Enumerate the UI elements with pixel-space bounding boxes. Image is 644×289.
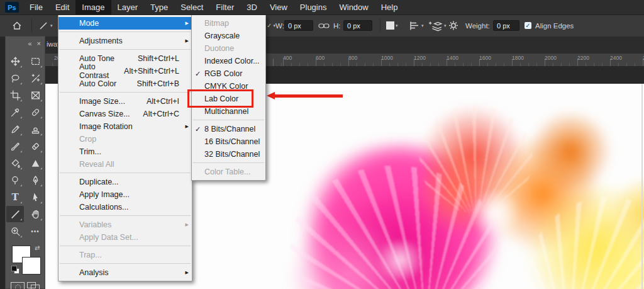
settings-button[interactable] bbox=[448, 14, 459, 37]
eyedropper-icon bbox=[10, 107, 21, 118]
frame-tool[interactable] bbox=[26, 87, 44, 103]
chevron-down-icon: ▾ bbox=[421, 23, 424, 28]
paint-bucket-icon bbox=[10, 158, 21, 169]
divider bbox=[380, 19, 380, 32]
menubar-item[interactable]: Select bbox=[174, 0, 209, 14]
menu-item[interactable]: ✓ Mode ▶ bbox=[58, 17, 192, 30]
ruler-label: 1000 bbox=[381, 55, 393, 61]
fill-swatch-button[interactable]: ▾ bbox=[386, 14, 398, 37]
menubar-item[interactable]: Help bbox=[375, 0, 404, 14]
menu-item[interactable]: ✓ Duplicate... ▶ bbox=[58, 176, 192, 188]
submenu-item[interactable]: ✓ 8 Bits/Channel bbox=[192, 123, 265, 135]
color-swatches: ⇄ bbox=[6, 244, 45, 277]
screen-mode-button[interactable] bbox=[27, 282, 40, 289]
menu-item[interactable]: ✓ Variables ▶ bbox=[58, 218, 192, 231]
rectangular-marquee-tool[interactable] bbox=[26, 53, 44, 69]
menu-item[interactable]: ✓ Apply Data Set... ▶ bbox=[58, 231, 192, 244]
menu-item[interactable]: ✓ Crop ▶ bbox=[58, 133, 192, 145]
hand-tool[interactable] bbox=[26, 206, 44, 222]
edit-toolbar-button[interactable]: ••• bbox=[26, 223, 44, 239]
fill-mode-dropdown-edge[interactable]: ✓ ▾ bbox=[267, 14, 275, 37]
menu-item[interactable]: ✓ Trim... ▶ bbox=[58, 145, 192, 158]
link-dimensions-button[interactable] bbox=[318, 14, 330, 37]
menubar-item[interactable]: Plugins bbox=[294, 0, 333, 14]
background-color-swatch[interactable] bbox=[22, 257, 41, 275]
submenu-item[interactable]: ✓ 16 Bits/Channel bbox=[192, 135, 265, 148]
submenu-item[interactable]: ✓ RGB Color bbox=[192, 67, 265, 80]
submenu-item[interactable]: ✓ CMYK Color bbox=[192, 80, 265, 93]
eyedropper-tool[interactable] bbox=[6, 104, 24, 120]
menu-item[interactable]: ✓ Trap... ▶ bbox=[58, 249, 192, 261]
arrange-button[interactable]: ▾ bbox=[429, 14, 447, 37]
paint-bucket-tool[interactable] bbox=[6, 155, 24, 171]
submenu-arrow-icon: ▶ bbox=[186, 124, 189, 129]
magic-wand-tool[interactable] bbox=[26, 70, 44, 86]
menubar-item[interactable]: 3D bbox=[240, 0, 264, 14]
fill-swatch-icon bbox=[386, 21, 394, 30]
menubar-item[interactable]: Layer bbox=[111, 0, 145, 14]
pen-tool[interactable] bbox=[26, 172, 44, 188]
submenu-item[interactable]: ✓ Color Table... bbox=[192, 166, 265, 178]
magic-wand-icon bbox=[30, 73, 41, 84]
width-label: W: bbox=[275, 14, 284, 37]
menu-item[interactable]: ✓ Auto Color Shift+Ctrl+B ▶ bbox=[58, 77, 192, 90]
menu-item[interactable]: ✓ Image Rotation ▶ bbox=[58, 120, 192, 133]
type-icon: T bbox=[11, 191, 18, 203]
submenu-item[interactable]: ✓ Grayscale bbox=[192, 30, 265, 42]
canvas-right-edge bbox=[641, 84, 643, 289]
menubar-item[interactable]: Edit bbox=[49, 0, 75, 14]
menubar-item[interactable]: Window bbox=[333, 0, 374, 14]
default-colors-icon[interactable] bbox=[11, 266, 19, 273]
width-input[interactable]: 0 px bbox=[284, 20, 313, 31]
menubar-item[interactable]: Type bbox=[144, 0, 174, 14]
eraser-tool[interactable] bbox=[26, 138, 44, 154]
align-edges-checkbox[interactable]: ✓ Align Edges bbox=[525, 14, 574, 37]
weight-input[interactable]: 0 px bbox=[493, 20, 519, 31]
lasso-tool[interactable] bbox=[6, 70, 24, 86]
menu-item[interactable]: ✓ Auto Tone Shift+Ctrl+L ▶ bbox=[58, 52, 192, 65]
menu-item[interactable]: ✓ Apply Image... ▶ bbox=[58, 188, 192, 201]
height-input[interactable]: 0 px bbox=[343, 20, 372, 31]
shape-tool[interactable] bbox=[26, 155, 44, 171]
menu-item[interactable]: ✓ Image Size... Alt+Ctrl+I ▶ bbox=[58, 95, 192, 108]
line-tool[interactable] bbox=[6, 206, 24, 222]
spot-healing-brush-tool[interactable] bbox=[26, 104, 44, 120]
submenu-item[interactable]: ✓ Bitmap bbox=[192, 17, 265, 30]
pen-icon bbox=[30, 175, 41, 186]
menubar-item[interactable]: File bbox=[23, 0, 49, 14]
zoom-tool[interactable] bbox=[6, 223, 24, 239]
submenu-item[interactable]: ✓ Indexed Color... bbox=[192, 55, 265, 67]
swap-colors-icon[interactable]: ⇄ bbox=[35, 244, 40, 251]
brush-tool[interactable] bbox=[6, 138, 24, 154]
type-tool[interactable]: T bbox=[6, 189, 24, 205]
move-tool[interactable] bbox=[6, 53, 24, 69]
pencil-tool[interactable] bbox=[6, 121, 24, 137]
menubar-item[interactable]: Filter bbox=[209, 0, 240, 14]
home-button[interactable] bbox=[11, 14, 23, 37]
submenu-item[interactable]: ✓ 32 Bits/Channel bbox=[192, 148, 265, 161]
collapse-panel-button[interactable]: « bbox=[28, 40, 31, 47]
submenu-item[interactable]: ✓ Multichannel bbox=[192, 105, 265, 118]
submenu-item[interactable]: ✓ Duotone bbox=[192, 42, 265, 55]
menu-item[interactable]: ✓ Adjustments ▶ bbox=[58, 35, 192, 47]
chevron-down-icon: ▾ bbox=[396, 23, 398, 28]
ellipsis-icon: ••• bbox=[31, 228, 40, 235]
path-selection-tool[interactable] bbox=[26, 189, 44, 205]
menubar-item[interactable]: View bbox=[264, 0, 294, 14]
ruler-label: 1800 bbox=[512, 55, 524, 61]
quick-mask-button[interactable] bbox=[11, 282, 25, 289]
submenu-item[interactable]: ✓ Lab Color bbox=[192, 93, 265, 105]
dodge-tool[interactable] bbox=[6, 172, 24, 188]
menu-item[interactable]: ✓ Calculations... ▶ bbox=[58, 201, 192, 213]
menu-item[interactable]: ✓ Canvas Size... Alt+Ctrl+C ▶ bbox=[58, 108, 192, 120]
align-button[interactable]: ▾ bbox=[409, 14, 424, 37]
menu-item[interactable]: ✓ Auto Contrast Alt+Shift+Ctrl+L ▶ bbox=[58, 65, 192, 77]
menu-item[interactable]: ✓ Analysis ▶ bbox=[58, 266, 192, 279]
clone-stamp-tool[interactable] bbox=[26, 121, 44, 137]
close-panel-button[interactable]: × bbox=[37, 40, 41, 47]
divider bbox=[31, 19, 32, 32]
crop-tool[interactable] bbox=[6, 87, 24, 103]
menubar-item[interactable]: Image bbox=[75, 0, 111, 14]
menu-item[interactable]: ✓ Reveal All ▶ bbox=[58, 158, 192, 171]
tool-preset[interactable]: ▾ bbox=[38, 14, 53, 37]
